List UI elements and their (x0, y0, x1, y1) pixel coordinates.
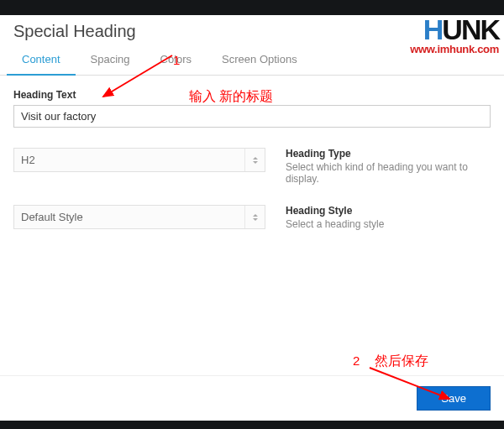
logo-rest: UNK (442, 13, 499, 45)
tab-screen-options[interactable]: Screen Options (207, 44, 312, 75)
select-caret-icon (244, 149, 265, 171)
heading-style-desc: Select a heading style (286, 218, 491, 230)
heading-style-value: Default Style (21, 211, 83, 223)
tab-colors[interactable]: Colors (145, 44, 207, 75)
watermark-logo: HUNK www.imhunk.com (410, 17, 499, 55)
select-caret-icon (244, 206, 265, 228)
heading-type-select[interactable]: H2 (13, 148, 265, 172)
heading-text-label: Heading Text (13, 89, 491, 101)
heading-type-label: Heading Type (286, 148, 491, 160)
heading-type-desc: Select which kind of heading you want to… (286, 161, 491, 185)
heading-type-value: H2 (21, 154, 35, 166)
heading-style-label: Heading Style (286, 205, 491, 217)
tab-content[interactable]: Content (7, 44, 76, 76)
logo-url: www.imhunk.com (410, 43, 499, 55)
tab-spacing[interactable]: Spacing (76, 44, 145, 75)
bottom-bar (0, 421, 504, 429)
heading-style-select[interactable]: Default Style (13, 205, 265, 229)
logo-h: H (423, 13, 443, 45)
save-button[interactable]: Save (417, 386, 491, 411)
heading-text-input[interactable] (13, 105, 491, 128)
